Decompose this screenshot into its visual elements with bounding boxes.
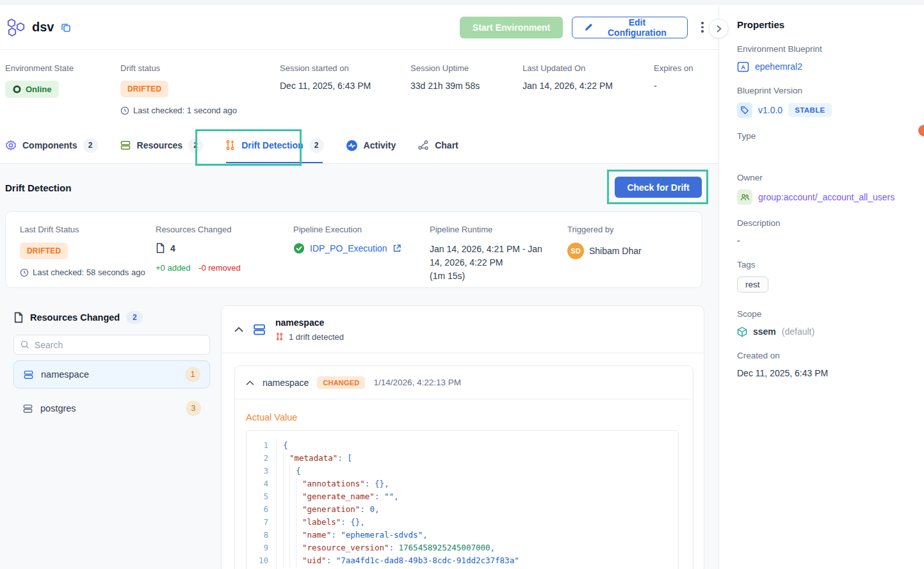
code-line-number: 3: [247, 465, 268, 477]
start-environment-button[interactable]: Start Environment: [460, 17, 563, 38]
code-line: {: [283, 465, 519, 477]
code-line: "name": "ephemeral-sdvds",: [283, 529, 519, 541]
tab-components[interactable]: Components 2: [5, 127, 98, 163]
code-line: "uid": "7aa4fd1c-dad8-49b3-8cdc-91dd2c37…: [283, 554, 519, 567]
environment-title: dsv: [32, 20, 54, 35]
avatar: SD: [567, 243, 584, 259]
code-line: "annotations": {},: [283, 477, 519, 490]
external-link-icon[interactable]: [393, 244, 401, 253]
pipeline-execution-link[interactable]: IDP_PO_Execution: [310, 243, 387, 253]
info-last-updated: Last Updated On Jan 14, 2026, 4:22 PM: [523, 63, 613, 91]
prop-owner: Owner group:account/_account_all_users: [737, 173, 912, 205]
tab-drift-detection[interactable]: Drift Detection 2: [225, 127, 323, 163]
stat-last-drift-status: Last Drift Status DRIFTED Last checked: …: [20, 225, 145, 277]
prop-type: Type: [737, 131, 912, 159]
resources-changed-title: Resources Changed: [30, 312, 120, 323]
stat-resources-changed: Resources Changed 4 +0 added -0 removed: [156, 225, 241, 273]
entry-timestamp: 1/14/2026, 4:22:13 PM: [373, 378, 461, 387]
chevron-up-icon[interactable]: [234, 326, 243, 332]
check-for-drift-button[interactable]: Check for Drift: [615, 177, 702, 198]
resource-search[interactable]: [13, 335, 210, 355]
version-link[interactable]: v1.0.0: [758, 105, 782, 115]
more-options-button[interactable]: [697, 19, 708, 36]
prop-description: Description -: [737, 218, 912, 246]
main-content: dsv Start Environment Edit Configuration…: [0, 5, 718, 569]
drift-entry-card: namespace CHANGED 1/14/2026, 4:22:13 PM …: [234, 365, 693, 569]
owner-link[interactable]: group:account/_account_all_users: [758, 192, 895, 202]
search-input[interactable]: [35, 340, 203, 350]
code-line-number: 6: [247, 503, 268, 516]
chevron-up-icon[interactable]: [246, 380, 254, 385]
tab-count-badge: 2: [83, 138, 98, 153]
added-count: +0 added: [156, 263, 191, 273]
stable-badge: STABLE: [788, 103, 832, 117]
code-line-number: 5: [247, 490, 268, 503]
search-icon: [20, 340, 29, 349]
properties-title: Properties: [737, 19, 912, 30]
drift-last-checked: Last checked: 1 second ago: [120, 106, 237, 115]
tab-count-badge: 2: [309, 138, 324, 153]
online-ring-icon: [13, 85, 21, 93]
code-line-number: 4: [247, 477, 268, 490]
tab-activity[interactable]: Activity: [346, 127, 396, 163]
code-line: "resource_version": 1765458925245007000,: [283, 541, 519, 554]
stack-icon: [120, 140, 131, 151]
cube-icon: [737, 326, 747, 337]
scope-name: ssem: [753, 326, 776, 337]
prop-created-on: Created on Dec 11, 2025, 6:43 PM: [737, 351, 912, 379]
actual-value-label: Actual Value: [246, 412, 297, 422]
resource-item-namespace[interactable]: namespace 1: [13, 360, 210, 389]
status-badge-drifted: DRIFTED: [120, 81, 168, 97]
active-tab-underline: [226, 162, 322, 164]
code-line-number: 2: [247, 452, 268, 465]
check-circle-icon: [293, 243, 305, 254]
edit-configuration-button[interactable]: Edit Configuration: [572, 17, 688, 38]
code-line-number: 10: [247, 554, 268, 567]
resource-detail-header: namespace 1 drift detected: [222, 306, 704, 353]
code-line: "generate_name": "",: [283, 490, 519, 503]
resources-changed-header: Resources Changed 2: [13, 311, 210, 324]
code-viewer[interactable]: 12345678910 {"metadata": [{"annotations"…: [246, 430, 679, 569]
drift-entry-header[interactable]: namespace CHANGED 1/14/2026, 4:22:13 PM: [235, 366, 693, 399]
detail-drift-summary: 1 drift detected: [275, 332, 344, 342]
removed-count: -0 removed: [199, 263, 241, 273]
section-title: Drift Detection: [5, 182, 71, 193]
environment-logo-icon: [5, 18, 27, 37]
tab-count-badge: 2: [188, 138, 203, 153]
file-icon: [156, 243, 165, 253]
clock-icon: [20, 268, 29, 277]
activity-icon: [346, 140, 358, 152]
blueprint-link[interactable]: epehemral2: [755, 61, 802, 72]
code-line: "labels": {},: [283, 516, 519, 529]
prop-scope: Scope ssem (default): [737, 309, 912, 337]
detail-resource-title: namespace: [275, 317, 344, 328]
prop-blueprint-version: Blueprint Version v1.0.0 STABLE: [737, 86, 912, 118]
info-expires-on: Expires on -: [654, 63, 693, 91]
tab-resources[interactable]: Resources 2: [120, 127, 204, 163]
drift-icon: [225, 140, 236, 151]
gear-icon: [5, 140, 17, 151]
status-badge-online: Online: [5, 81, 59, 98]
collapse-panel-button[interactable]: [709, 19, 729, 38]
stat-pipeline-runtime: Pipeline Runtime Jan 14, 2026, 4:21 PM -…: [430, 225, 551, 283]
stat-pipeline-execution: Pipeline Execution IDP_PO_Execution: [293, 225, 401, 254]
drift-count-badge: 3: [186, 401, 201, 416]
drift-icon: [275, 332, 284, 341]
drift-count-badge: 1: [185, 367, 200, 382]
resources-changed-panel: Resources Changed 2 namespace: [13, 311, 210, 422]
tag-chip: rest: [737, 276, 768, 293]
code-lines: {"metadata": [{"annotations": {},"genera…: [277, 439, 519, 569]
top-strip: [0, 0, 924, 4]
app-root: dsv Start Environment Edit Configuration…: [0, 0, 924, 569]
info-drift-status: Drift status DRIFTED Last checked: 1 sec…: [120, 63, 237, 115]
tab-chart[interactable]: Chart: [417, 127, 458, 163]
drift-detection-panel: Drift Detection Check for Drift Last Dri…: [0, 164, 718, 569]
environment-header: dsv Start Environment Edit Configuration: [0, 5, 718, 50]
copy-icon[interactable]: [60, 22, 72, 33]
prop-environment-blueprint: Environment Blueprint A epehemral2: [737, 44, 912, 72]
stat-last-checked: Last checked: 58 seconds ago: [20, 268, 145, 277]
info-session-uptime: Session Uptime 33d 21h 39m 58s: [410, 63, 480, 91]
status-badge-drifted: DRIFTED: [20, 243, 68, 259]
resource-item-postgres[interactable]: postgres 3: [13, 394, 210, 422]
stack-icon: [22, 403, 33, 414]
